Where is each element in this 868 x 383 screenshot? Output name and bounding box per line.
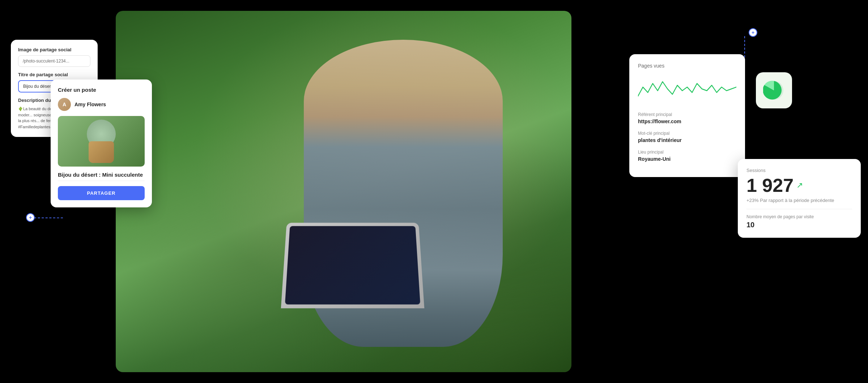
- sessions-label: Sessions: [746, 168, 852, 173]
- hero-image: [116, 11, 571, 372]
- social-image-input[interactable]: /photo-succulent-1234...: [18, 55, 90, 67]
- referrer-label: Référent principal: [638, 112, 736, 117]
- location-label: Lieu principal: [638, 150, 736, 155]
- author-row: A Amy Flowers: [58, 98, 145, 111]
- sessions-panel: Sessions 1 927 ↗ +23% Par rapport à la p…: [738, 159, 861, 238]
- post-divider: [58, 181, 145, 181]
- social-image-label: Image de partage social: [18, 47, 90, 52]
- location-row: Lieu principal Royaume-Uni: [638, 150, 736, 162]
- connector-line-left: [34, 218, 63, 218]
- share-button[interactable]: PARTAGER: [58, 186, 145, 200]
- analytics-title: Pages vues: [638, 63, 736, 69]
- social-title-label: Titre de partage social: [18, 72, 90, 77]
- author-name: Amy Flowers: [75, 102, 106, 107]
- sessions-sub-value: 10: [746, 221, 852, 229]
- laptop-screen: [285, 226, 420, 305]
- referrer-row: Référent principal https://flower.com: [638, 112, 736, 124]
- flower-pot-decoration: [89, 141, 114, 163]
- sessions-percent: +23%: [746, 198, 759, 203]
- post-image-preview: [58, 116, 145, 167]
- author-avatar: A: [58, 98, 71, 111]
- sessions-number: 1 927: [746, 176, 793, 195]
- sessions-sub-label: Nombre moyen de pages par visite: [746, 214, 852, 219]
- sessions-change-text: Par rapport à la période précédente: [760, 198, 834, 203]
- keyword-row: Mot-clé principal plantes d'intérieur: [638, 131, 736, 143]
- sessions-divider: [746, 209, 852, 209]
- create-post-title: Créer un poste: [58, 87, 145, 93]
- laptop: [281, 223, 425, 309]
- post-title: Bijou du désert : Mini succulente: [58, 172, 145, 178]
- create-post-panel: Créer un poste A Amy Flowers Bijou du dé…: [51, 79, 152, 207]
- page-views-chart: [638, 74, 736, 103]
- keyword-value: plantes d'intérieur: [638, 137, 736, 143]
- keyword-label: Mot-clé principal: [638, 131, 736, 136]
- pie-chart-icon: [756, 72, 792, 108]
- analytics-panel: Pages vues Référent principal https://fl…: [629, 54, 745, 177]
- referrer-value: https://flower.com: [638, 119, 736, 124]
- location-value: Royaume-Uni: [638, 156, 736, 162]
- sessions-arrow-icon: ↗: [796, 181, 803, 190]
- sessions-value-row: 1 927 ↗: [746, 176, 852, 195]
- connector-dot-top: +: [749, 28, 757, 37]
- connector-dot-left: +: [26, 213, 35, 222]
- sessions-change: +23% Par rapport à la période précédente: [746, 198, 852, 203]
